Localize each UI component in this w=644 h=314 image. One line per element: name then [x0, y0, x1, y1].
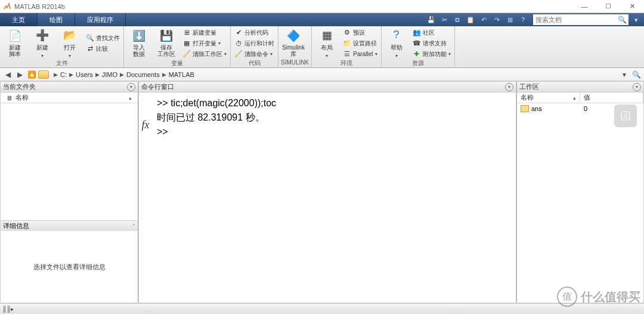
matlab-logo-icon — [2, 2, 12, 11]
help-button[interactable]: ? 帮助 — [384, 27, 409, 59]
toolstrip-ribbon: 📄 新建 脚本 ➕ 新建 📂 打开 🔍查找文件 ⇄比较 文件 ⬇️ 导入 数据 — [0, 26, 644, 68]
nav-forward-button[interactable]: ▶ — [14, 69, 25, 80]
current-folder-title: 当前文件夹 — [3, 82, 36, 91]
command-prompt[interactable]: >> — [157, 127, 168, 137]
analyze-icon: ✔ — [234, 29, 243, 37]
current-folder-list[interactable] — [1, 103, 138, 220]
help-icon: ? — [389, 28, 404, 42]
current-folder-path[interactable]: ▶ C:▶ Users▶ JIMO▶ Documents▶ MATLAB — [50, 71, 618, 78]
save-icon[interactable]: 💾 — [426, 14, 436, 25]
set-path-button[interactable]: 📁设置路径 — [342, 39, 378, 48]
search-doc-box[interactable]: 🔍 — [533, 14, 628, 25]
cut-icon[interactable]: ✂ — [439, 14, 450, 25]
tab-plots[interactable]: 绘图 — [38, 13, 75, 26]
ribbon-group-res-label: 资源 — [384, 59, 452, 67]
breadcrumb-item[interactable]: JIMO — [101, 71, 119, 78]
floating-back-button[interactable] — [614, 104, 637, 127]
clear-ws-button[interactable]: 🧹清除工作区 — [181, 50, 228, 59]
workspace-title: 工作区 — [519, 82, 539, 91]
maximize-button[interactable]: ☐ — [596, 0, 620, 13]
analyze-code-button[interactable]: ✔分析代码 — [233, 28, 275, 38]
breadcrumb-item[interactable]: Documents — [125, 71, 161, 78]
parallel-button[interactable]: ☰Parallel — [342, 50, 378, 59]
save-workspace-button[interactable]: 💾 保存 工作区 — [154, 27, 179, 59]
command-lines[interactable]: >> tic;det(magic(22000));toc 时间已过 82.319… — [152, 93, 516, 303]
details-title: 详细信息 — [3, 221, 29, 230]
command-window-pane: 命令行窗口 ▾ fx >> tic;det(magic(22000));toc … — [138, 81, 516, 303]
fx-icon[interactable]: fx — [142, 119, 150, 131]
nav-up-button[interactable]: 🔼 — [26, 69, 37, 80]
pane-actions-icon[interactable]: ▾ — [505, 83, 513, 91]
browse-for-folder-button[interactable] — [38, 69, 49, 80]
import-data-button[interactable]: ⬇️ 导入 数据 — [126, 27, 151, 59]
nav-back-button[interactable]: ◀ — [2, 69, 13, 80]
watermark-text: 什么值得买 — [581, 289, 640, 305]
close-button[interactable]: ✕ — [620, 0, 644, 13]
search-folder-icon[interactable]: 🔍 — [631, 69, 642, 80]
ribbon-group-simulink: 🔷 Simulink 库 SIMULINK — [278, 26, 312, 67]
open-var-button[interactable]: ▦打开变量 — [181, 39, 228, 48]
new-script-button[interactable]: 📄 新建 脚本 — [2, 27, 27, 59]
tab-apps[interactable]: 应用程序 — [75, 13, 126, 26]
pane-actions-icon[interactable]: ▾ — [633, 83, 641, 91]
command-window-body[interactable]: fx >> tic;det(magic(22000));toc 时间已过 82.… — [139, 93, 516, 303]
compare-button[interactable]: ⇄比较 — [85, 44, 121, 54]
new-var-icon: ⊞ — [182, 29, 191, 37]
community-button[interactable]: 👥社区 — [411, 28, 452, 38]
clear-commands-button[interactable]: 🧹清除命令 — [233, 50, 275, 59]
ribbon-group-code-label: 代码 — [233, 59, 275, 67]
copy-icon[interactable]: ⧉ — [452, 14, 463, 25]
workspace-col-value[interactable]: 值 — [580, 93, 643, 103]
command-output: 时间已过 82.319091 秒。 — [157, 110, 511, 125]
ribbon-group-environment: ▦ 布局 ⚙预设 📁设置路径 ☰Parallel 环境 — [312, 26, 381, 67]
command-gutter: fx — [139, 93, 152, 303]
layout-icon: ▦ — [320, 28, 334, 42]
details-header[interactable]: 详细信息 ˅ — [1, 220, 138, 231]
paste-icon[interactable]: 📋 — [465, 14, 476, 25]
clear-cmd-icon: 🧹 — [234, 50, 243, 59]
timer-icon: ⏱ — [234, 39, 243, 48]
breadcrumb-item[interactable]: C: — [59, 71, 68, 78]
sort-asc-icon[interactable]: ▴ — [129, 95, 132, 101]
collapse-details-icon[interactable]: ˅ — [132, 223, 135, 229]
parallel-icon: ☰ — [343, 50, 351, 59]
status-ready-icon: ║║▸ — [2, 306, 14, 312]
workspace-header[interactable]: 工作区 ▾ — [517, 82, 643, 93]
help-qat-icon[interactable]: ? — [518, 14, 528, 25]
new-button[interactable]: ➕ 新建 — [30, 27, 55, 59]
current-folder-col-name[interactable]: 🗎 名称 ▴ — [1, 93, 138, 103]
search-doc-icon[interactable]: 🔍 — [618, 16, 627, 24]
new-var-button[interactable]: ⊞新建变量 — [181, 28, 228, 38]
path-icon: 📁 — [343, 39, 351, 48]
open-button[interactable]: 📂 打开 — [57, 27, 82, 59]
main-area: 当前文件夹 ▾ 🗎 名称 ▴ 详细信息 ˅ 选择文件以查看详细信息 命令行窗口 … — [0, 81, 644, 303]
breadcrumb-item[interactable]: Users — [75, 71, 94, 78]
find-files-button[interactable]: 🔍查找文件 — [85, 33, 121, 43]
ribbon-group-code: ✔分析代码 ⏱运行和计时 🧹清除命令 代码 — [231, 26, 278, 67]
undo-icon[interactable]: ↶ — [478, 14, 489, 25]
gear-icon: ⚙ — [343, 29, 351, 37]
preferences-button[interactable]: ⚙预设 — [342, 28, 378, 38]
folder-open-icon: 📂 — [63, 28, 77, 42]
addons-button[interactable]: ✚附加功能 — [411, 50, 452, 59]
run-and-time-button[interactable]: ⏱运行和计时 — [233, 39, 275, 48]
breadcrumb-item[interactable]: MATLAB — [168, 71, 196, 78]
workspace-col-name[interactable]: 名称▴ — [517, 93, 580, 103]
switch-windows-icon[interactable]: ⊞ — [504, 14, 515, 25]
redo-icon[interactable]: ↷ — [491, 14, 502, 25]
tab-home[interactable]: 主页 — [0, 13, 38, 26]
help-label: 帮助 — [391, 44, 402, 52]
ribbon-group-variable-label: 变量 — [126, 59, 228, 67]
dropdown-icon[interactable]: ▾ — [631, 14, 642, 25]
workspace-var-name[interactable]: ans — [517, 103, 580, 114]
request-support-button[interactable]: ☎请求支持 — [411, 39, 452, 48]
command-window-header[interactable]: 命令行窗口 ▾ — [139, 82, 516, 93]
layout-button[interactable]: ▦ 布局 — [314, 27, 339, 59]
path-dropdown-button[interactable]: ▾ — [619, 69, 630, 80]
pane-actions-icon[interactable]: ▾ — [127, 83, 135, 91]
minimize-button[interactable]: — — [572, 0, 596, 13]
current-folder-header[interactable]: 当前文件夹 ▾ — [1, 82, 138, 93]
search-doc-input[interactable] — [535, 16, 618, 23]
quick-access-toolbar: 💾 ✂ ⧉ 📋 ↶ ↷ ⊞ ? 🔍 ▾ — [426, 13, 644, 26]
simulink-lib-button[interactable]: 🔷 Simulink 库 — [281, 27, 306, 59]
